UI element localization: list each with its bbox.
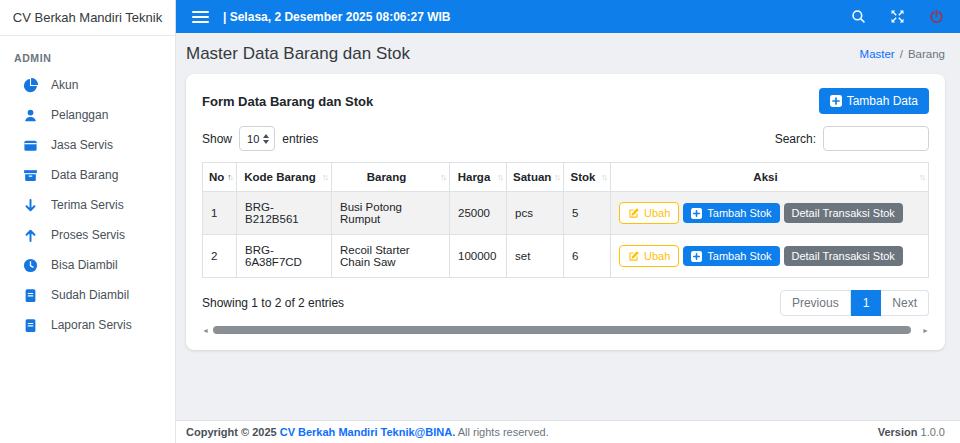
pagination: Previous 1 Next: [780, 290, 929, 316]
column-header-satuan[interactable]: Satuan↑↓: [507, 163, 564, 192]
entries-label: entries: [282, 132, 318, 146]
footer: Copyright © 2025 CV Berkah Mandiri Tekni…: [176, 420, 960, 443]
table-search-input[interactable]: [823, 126, 929, 151]
sidebar-item-jasa-servis[interactable]: Jasa Servis: [0, 130, 175, 160]
cell-barang: Recoil Starter Chain Saw: [332, 235, 450, 278]
add-stock-button[interactable]: Tambah Stok: [683, 203, 779, 223]
pagination-next-button[interactable]: Next: [881, 290, 929, 316]
scrollbar-thumb[interactable]: [213, 326, 911, 334]
journal-icon: [22, 287, 38, 303]
column-header-harga[interactable]: Harga↑↓: [450, 163, 507, 192]
footer-brand-link[interactable]: CV Berkah Mandiri Teknik@BINA.: [280, 426, 456, 438]
plus-square-icon: [691, 251, 702, 262]
sidebar-item-bisa-diambil[interactable]: Bisa Diambil: [0, 250, 175, 280]
plus-square-icon: [830, 95, 842, 107]
menu-icon[interactable]: [192, 11, 209, 23]
add-stock-button[interactable]: Tambah Stok: [683, 246, 779, 266]
brand-title: CV Berkah Mandiri Teknik: [0, 0, 175, 36]
length-menu: Show 10 entries: [202, 126, 318, 151]
sidebar-item-label: Terima Servis: [51, 198, 124, 212]
copyright: Copyright © 2025 CV Berkah Mandiri Tekni…: [186, 426, 549, 438]
sidebar-item-sudah-diambil[interactable]: Sudah Diambil: [0, 280, 175, 310]
select-spinner-icon: [263, 134, 269, 144]
sidebar-item-label: Proses Servis: [51, 228, 125, 242]
cell-satuan: set: [507, 235, 564, 278]
edit-button[interactable]: Ubah: [619, 245, 679, 267]
edit-button[interactable]: Ubah: [619, 202, 679, 224]
stock-detail-button[interactable]: Detail Transaksi Stok: [784, 203, 903, 223]
sort-icon: ↑↓: [554, 172, 559, 182]
card-title: Form Data Barang dan Stok: [202, 94, 373, 109]
sidebar-item-data-barang[interactable]: Data Barang: [0, 160, 175, 190]
breadcrumb: Master/Barang: [860, 48, 945, 60]
table-row: 1 BRG-B212B561 Busi Potong Rumput 25000 …: [203, 192, 929, 235]
person-icon: [22, 107, 38, 123]
topbar: | Selasa, 2 Desember 2025 08:06:27 WIB: [176, 0, 960, 33]
stock-detail-button[interactable]: Detail Transaksi Stok: [784, 246, 903, 266]
content-area: Master Data Barang dan Stok Master/Baran…: [176, 33, 960, 420]
cell-kode: BRG-6A38F7CD: [237, 235, 332, 278]
sidebar-item-label: Pelanggan: [51, 108, 108, 122]
journal-icon: [22, 317, 38, 333]
version: Version 1.0.0: [878, 426, 945, 438]
table-row: 2 BRG-6A38F7CD Recoil Starter Chain Saw …: [203, 235, 929, 278]
breadcrumb-separator: /: [900, 48, 903, 60]
arrow-down-icon: [22, 197, 38, 213]
pagination-previous-button[interactable]: Previous: [780, 290, 851, 316]
sidebar-item-akun[interactable]: Akun: [0, 70, 175, 100]
main-area: | Selasa, 2 Desember 2025 08:06:27 WIB M…: [176, 0, 960, 443]
app-window: CV Berkah Mandiri Teknik ADMIN Akun Pela…: [0, 0, 960, 443]
column-header-stok[interactable]: Stok↑↓: [564, 163, 611, 192]
sort-icon: ↑↓: [601, 172, 606, 182]
pencil-square-icon: [628, 208, 639, 219]
sort-icon: ↑↓: [322, 172, 327, 182]
search-icon[interactable]: [851, 9, 866, 24]
cell-harga: 25000: [450, 192, 507, 235]
column-header-no[interactable]: No↑↓: [203, 163, 237, 192]
sidebar-item-label: Data Barang: [51, 168, 118, 182]
power-icon[interactable]: [929, 9, 944, 24]
cell-no: 2: [203, 235, 237, 278]
sort-icon: ↑↓: [440, 172, 445, 182]
arrow-up-icon: [22, 227, 38, 243]
clock-icon: [22, 257, 38, 273]
pie-chart-icon: [22, 77, 38, 93]
wallet-icon: [22, 137, 38, 153]
sidebar-item-label: Sudah Diambil: [51, 288, 129, 302]
data-card: Form Data Barang dan Stok Tambah Data Sh…: [186, 74, 945, 350]
page-title: Master Data Barang dan Stok: [186, 44, 410, 64]
pagination-page-1-button[interactable]: 1: [851, 290, 882, 316]
sidebar-section-label: ADMIN: [14, 52, 175, 64]
scroll-left-icon[interactable]: ◄: [202, 327, 209, 334]
sidebar-item-label: Bisa Diambil: [51, 258, 118, 272]
sidebar-item-terima-servis[interactable]: Terima Servis: [0, 190, 175, 220]
fullscreen-icon[interactable]: [890, 9, 905, 24]
scroll-right-icon[interactable]: ►: [922, 327, 929, 334]
sidebar-item-label: Jasa Servis: [51, 138, 113, 152]
show-label: Show: [202, 132, 232, 146]
archive-box-icon: [22, 167, 38, 183]
sort-icon: ↑↓: [919, 172, 924, 182]
column-header-barang[interactable]: Barang↑↓: [332, 163, 450, 192]
cell-harga: 100000: [450, 235, 507, 278]
sidebar-item-laporan-servis[interactable]: Laporan Servis: [0, 310, 175, 340]
column-header-aksi[interactable]: Aksi↑↓: [611, 163, 929, 192]
cell-stok: 6: [564, 235, 611, 278]
breadcrumb-current: Barang: [908, 48, 945, 60]
sidebar-item-label: Akun: [51, 78, 78, 92]
page-size-select[interactable]: 10: [239, 126, 275, 151]
cell-stok: 5: [564, 192, 611, 235]
topbar-datetime: | Selasa, 2 Desember 2025 08:06:27 WIB: [223, 10, 451, 24]
cell-kode: BRG-B212B561: [237, 192, 332, 235]
sidebar-item-pelanggan[interactable]: Pelanggan: [0, 100, 175, 130]
cell-no: 1: [203, 192, 237, 235]
search-label: Search:: [775, 132, 816, 146]
plus-square-icon: [691, 208, 702, 219]
sidebar-item-proses-servis[interactable]: Proses Servis: [0, 220, 175, 250]
cell-satuan: pcs: [507, 192, 564, 235]
data-table: No↑↓ Kode Barang↑↓ Barang↑↓ Harga↑↓ Satu…: [202, 162, 929, 278]
column-header-kode[interactable]: Kode Barang↑↓: [237, 163, 332, 192]
add-data-button[interactable]: Tambah Data: [819, 88, 929, 114]
sort-icon: ↑↓: [227, 172, 232, 182]
breadcrumb-master-link[interactable]: Master: [860, 48, 895, 60]
